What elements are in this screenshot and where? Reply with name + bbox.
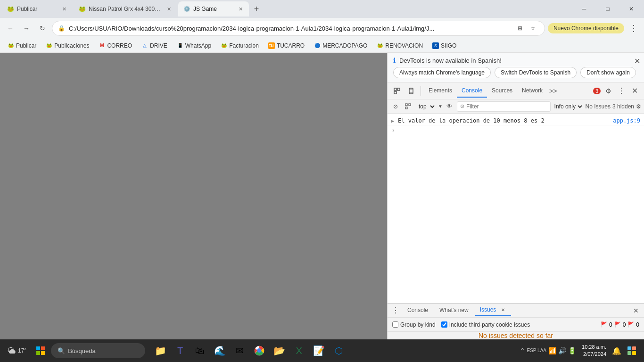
device-mode-icon[interactable]: [405, 84, 418, 98]
taskbar-app-edge[interactable]: 🌊: [210, 341, 229, 360]
tab-3-close[interactable]: ✕: [237, 5, 244, 13]
filter-input[interactable]: [466, 103, 547, 110]
console-settings-icon[interactable]: [403, 101, 413, 112]
reload-button[interactable]: ↻: [36, 22, 49, 35]
chrome-menu-button[interactable]: ⋮: [627, 22, 640, 35]
more-tabs-button[interactable]: >>: [547, 85, 559, 97]
bookmark-mercadopago[interactable]: 🔵 MERCADOPAGO: [310, 41, 371, 50]
switch-to-spanish-button[interactable]: Switch DevTools to Spanish: [495, 67, 577, 78]
taskbar: 🌥 17° 🔍 Búsqueda 📁 T �: [0, 339, 644, 362]
language-indicator[interactable]: ESP LAA: [527, 348, 547, 354]
include-third-party-input[interactable]: [441, 321, 447, 328]
bookmark-tucarro[interactable]: tu TUCARRO: [264, 41, 308, 50]
back-button[interactable]: ←: [4, 22, 17, 35]
taskbar-app-notepad[interactable]: 📝: [309, 341, 328, 360]
bookmark-drive-label: DRIVE: [150, 42, 167, 49]
console-gear-icon[interactable]: ⚙: [636, 103, 641, 110]
banner-close-button[interactable]: ✕: [634, 57, 640, 66]
bottom-tab-issues[interactable]: Issues ✕: [475, 304, 511, 316]
weather-widget[interactable]: 🌥 17°: [4, 346, 30, 356]
bookmark-facturacion[interactable]: 🐸 Facturacion: [217, 41, 263, 50]
devtools-menu-icon[interactable]: ⋮: [616, 85, 627, 97]
maximize-button[interactable]: □: [597, 1, 619, 16]
log-arrow-expand[interactable]: ›: [388, 125, 644, 135]
context-selector[interactable]: top: [415, 102, 436, 111]
tab-1[interactable]: 🐸 Publicar ✕: [2, 1, 73, 16]
bookmark-star-icon[interactable]: ☆: [528, 23, 539, 34]
no-issues-text: No Issues: [586, 103, 611, 110]
bookmark-whatsapp-favicon: 📱: [177, 42, 183, 49]
hidden-count: 3 hidden: [612, 103, 634, 110]
tab-2[interactable]: 🐸 Nissan Patrol Grx 4x4 3000cc M ✕: [74, 1, 177, 16]
svg-rect-19: [632, 351, 636, 355]
tab-3[interactable]: ⚙️ JS Game ✕: [178, 1, 249, 16]
devtools-close-button[interactable]: ✕: [628, 84, 641, 98]
context-dropdown-icon: ▼: [438, 104, 443, 109]
widgets-button[interactable]: [623, 342, 640, 359]
taskbar-time[interactable]: 10:28 a.m. 2/07/2024: [578, 344, 610, 358]
dont-show-again-button[interactable]: Don't show again: [580, 67, 636, 78]
taskbar-app-teams[interactable]: T: [171, 341, 190, 360]
volume-icon[interactable]: 🔊: [558, 347, 566, 354]
translate-icon[interactable]: ⊞: [514, 23, 526, 34]
bookmark-correo[interactable]: M CORREO: [95, 41, 136, 50]
taskbar-app-store[interactable]: 🛍: [190, 341, 209, 360]
bottom-tab-whats-new[interactable]: What's new: [435, 305, 473, 316]
info-icon: ℹ: [393, 57, 396, 64]
bookmark-publicaciones[interactable]: 🐸 Publicaciones: [42, 41, 93, 50]
chevron-up-icon[interactable]: ⌃: [520, 347, 525, 354]
tab-elements[interactable]: Elements: [424, 84, 457, 98]
eye-icon[interactable]: 👁: [445, 101, 455, 112]
taskbar-app-chrome[interactable]: [250, 341, 269, 360]
taskbar-app-excel[interactable]: X: [289, 341, 308, 360]
wifi-icon[interactable]: 📶: [548, 347, 556, 354]
bottom-panel-menu-icon[interactable]: ⋮: [390, 305, 401, 316]
forward-button[interactable]: →: [20, 22, 33, 35]
tab-1-close[interactable]: ✕: [60, 5, 68, 13]
bookmark-whatsapp-label: WhatsApp: [185, 42, 211, 49]
bottom-tab-issues-close[interactable]: ✕: [500, 307, 506, 313]
svg-rect-16: [627, 346, 631, 350]
svg-rect-10: [41, 346, 45, 350]
tab-sources[interactable]: Sources: [487, 84, 517, 98]
taskbar-app-folder2[interactable]: 📂: [270, 341, 289, 360]
close-button[interactable]: ✕: [620, 1, 642, 16]
bookmark-siigo[interactable]: S SIIGO: [429, 41, 460, 50]
notepad-icon: 📝: [313, 345, 325, 356]
tab-console[interactable]: Console: [457, 84, 487, 98]
bookmark-renovacion[interactable]: 🐸 RENOVACION: [373, 41, 427, 50]
notification-bell-icon[interactable]: 🔔: [612, 346, 621, 355]
clear-console-icon[interactable]: ⊘: [390, 101, 401, 112]
bookmark-publicar[interactable]: 🐸 Publicar: [4, 41, 40, 50]
red-flag-icon: 🚩: [601, 321, 607, 328]
devtools-settings-icon[interactable]: ⚙: [602, 84, 615, 98]
address-text: C:/Users/USUARIO/Downloads/curso%20progr…: [69, 25, 511, 32]
taskbar-search[interactable]: 🔍 Búsqueda: [51, 343, 145, 358]
taskbar-app-files[interactable]: 📁: [151, 341, 170, 360]
bookmark-drive[interactable]: △ DRIVE: [138, 41, 171, 50]
log-source-link[interactable]: app.js:9: [613, 117, 640, 124]
start-button[interactable]: [32, 342, 49, 359]
group-by-kind-input[interactable]: [392, 321, 398, 328]
always-match-language-button[interactable]: Always match Chrome's language: [393, 67, 491, 78]
group-by-kind-checkbox[interactable]: Group by kind: [392, 321, 436, 328]
filter-box[interactable]: ⊘: [457, 101, 551, 112]
address-bar[interactable]: 🔒 C:/Users/USUARIO/Downloads/curso%20pro…: [52, 21, 545, 36]
tab-network[interactable]: Network: [517, 84, 547, 98]
log-expand-icon[interactable]: ▶: [391, 117, 394, 123]
include-third-party-checkbox[interactable]: Include third-party cookie issues: [441, 321, 530, 328]
bottom-tabs-bar: ⋮ Console What's new Issues ✕ ✕: [388, 304, 644, 318]
svg-rect-1: [397, 88, 400, 90]
tab-2-close[interactable]: ✕: [165, 5, 173, 13]
inspect-element-icon[interactable]: [390, 84, 404, 98]
bottom-tab-console[interactable]: Console: [403, 305, 433, 316]
minimize-button[interactable]: ─: [573, 1, 595, 16]
taskbar-app-vscode[interactable]: ⬡: [329, 341, 348, 360]
log-level-selector[interactable]: Info only: [553, 103, 584, 110]
chrome-update-button[interactable]: Nuevo Chrome disponible: [548, 23, 624, 33]
battery-icon[interactable]: 🔋: [568, 347, 576, 354]
taskbar-app-mail[interactable]: ✉: [230, 341, 249, 360]
bottom-panel-close-button[interactable]: ✕: [631, 305, 641, 316]
new-tab-button[interactable]: +: [250, 2, 263, 16]
bookmark-whatsapp[interactable]: 📱 WhatsApp: [173, 41, 215, 50]
